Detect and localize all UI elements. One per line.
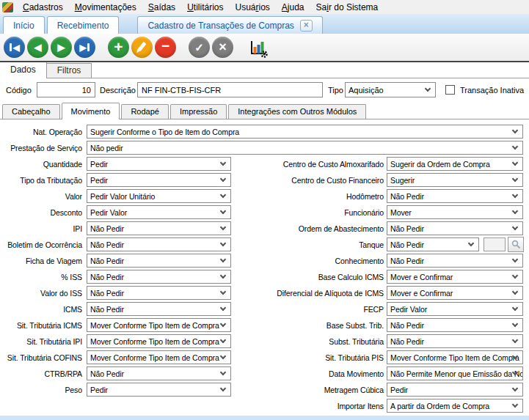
subtab-integracoes-com-outros-modulos[interactable]: Integrações com Outros Módulos	[228, 104, 366, 119]
form-row: Sit. Tributária COFINSMover Conforme Tip…	[0, 350, 529, 366]
select-sit-tributaria-cofins[interactable]: Mover Conforme Tipo Item de Compra	[87, 350, 231, 364]
tab-inicio[interactable]: Início	[3, 16, 45, 34]
edit-record-button[interactable]	[131, 37, 153, 58]
chevron-down-icon	[220, 256, 226, 262]
page-tabs: Dados Filtros	[0, 62, 529, 78]
select-sit-tributaria-ipi[interactable]: Mover Conforme Tipo Item de Compra	[87, 334, 231, 348]
select-boletim-de-ocorrencia[interactable]: Não Pedir	[87, 237, 231, 251]
select-fecp[interactable]: Pedir Valor	[387, 302, 523, 316]
chevron-down-icon	[512, 385, 518, 391]
select-diferencial-de-aliquota-de-icms[interactable]: Mover e Confirmar	[387, 286, 523, 300]
subtab-cabecalho[interactable]: Cabeçalho	[2, 104, 60, 119]
right-triangle-icon: ▶	[79, 43, 86, 52]
chevron-down-icon	[512, 191, 518, 197]
tab-filtros[interactable]: Filtros	[47, 63, 92, 78]
menu-item-movimentacoes[interactable]: Movimentações	[69, 1, 142, 13]
select-centro-de-custo-financeiro[interactable]: Sugerir	[387, 173, 523, 187]
select-ctrb-rpa[interactable]: Não Pedir	[87, 366, 231, 380]
select-conhecimento[interactable]: Não Pedir	[387, 254, 523, 268]
select-desconto[interactable]: Pedir Valor	[87, 205, 231, 219]
label-subst-tributaria: Subst. Tributária	[242, 337, 384, 346]
select-subst-tributaria[interactable]: Não Pedir	[387, 334, 523, 348]
label-hodometro: Hodômetro	[242, 192, 384, 201]
descricao-input[interactable]	[137, 82, 323, 97]
select-nat-operacao[interactable]: Sugerir Conforme o Tipo de Item do Compr…	[87, 125, 523, 139]
form-row: CTRB/RPANão PedirData MovimentoNão Permi…	[0, 366, 529, 382]
select-ficha-de-viagem[interactable]: Não Pedir	[87, 254, 231, 268]
menu-item-text: Movimentações	[75, 2, 136, 12]
label-valor-do-iss: Valor do ISS	[0, 289, 82, 298]
previous-record-button[interactable]: ◀	[27, 37, 48, 58]
label-sit-tributaria-pis: Sit. Tributária PIS	[242, 353, 384, 362]
tanque-search-button[interactable]	[508, 237, 524, 252]
last-record-button[interactable]: ▶	[74, 37, 95, 58]
chevron-down-icon	[512, 288, 518, 294]
document-tabstrip: InícioRecebimentoCadastro de Transações …	[0, 14, 529, 34]
label-centro-de-custo-financeiro: Centro de Custo Financeiro	[242, 176, 384, 185]
menu-item-utilitarios[interactable]: Utilitários	[181, 1, 229, 13]
select-iss[interactable]: Não Pedir	[87, 270, 231, 284]
select-tanque[interactable]: Não Pedir	[387, 237, 479, 251]
label-ordem-de-abastecimento: Ordem de Abastecimento	[242, 224, 384, 233]
select-prestacao-de-servico[interactable]: Não pedir	[87, 141, 523, 155]
menu-item-saidas[interactable]: Saídas	[142, 1, 181, 13]
subtab-impressao[interactable]: Impressão	[170, 104, 227, 119]
menu-item-usuarios[interactable]: Usuários	[229, 1, 275, 13]
menu-item-cadastros[interactable]: Cadastros	[17, 1, 69, 13]
tab-dados[interactable]: Dados	[0, 62, 47, 78]
label-valor: Valor	[0, 192, 82, 201]
select-ordem-de-abastecimento[interactable]: Não Pedir	[387, 221, 523, 235]
select-valor[interactable]: Pedir Valor Unitário	[87, 189, 231, 203]
label-prestacao-de-servico: Prestação de Serviço	[0, 144, 82, 152]
select-tipo-da-tributacao[interactable]: Pedir	[87, 173, 231, 187]
form-row: Sit. Tributária ICMSMover Conforme Tipo …	[0, 317, 529, 334]
cancel-button[interactable]: ×	[212, 37, 233, 58]
menu-item-text: Sair do Sistema	[316, 2, 379, 12]
label-boletim-de-ocorrencia: Boletim de Ocorrência	[0, 240, 82, 249]
add-record-button[interactable]: +	[108, 37, 129, 58]
menubar: CadastrosMovimentaçõesSaídasUtilitáriosU…	[0, 0, 529, 14]
select-importar-itens[interactable]: A partir da Ordem de Compra	[387, 399, 523, 413]
close-icon[interactable]: ×	[300, 20, 313, 32]
select-base-calculo-icms[interactable]: Mover e Confirmar	[387, 270, 523, 284]
tab-label: Início	[13, 21, 34, 31]
confirm-icon: ✓	[194, 42, 204, 53]
subtab-movimento[interactable]: Movimento	[62, 103, 120, 119]
label-fecp: FECP	[242, 305, 384, 314]
tab-recebimento[interactable]: Recebimento	[47, 16, 120, 34]
chevron-down-icon	[220, 304, 226, 310]
select-hodometro[interactable]: Não Pedir	[387, 189, 523, 203]
select-base-subst-trib[interactable]: Não Pedir	[387, 318, 523, 332]
select-sit-tributaria-pis[interactable]: Mover Conforme Tipo Item de Compra	[387, 350, 523, 364]
tab-cadastro-de-transacoes-de-compras[interactable]: Cadastro de Transações de Compras×	[137, 16, 322, 34]
chevron-down-icon	[220, 353, 226, 358]
first-record-button[interactable]: ◀	[4, 37, 25, 58]
pencil-icon	[138, 41, 147, 51]
transacao-inativa-checkbox[interactable]	[445, 85, 455, 95]
tipo-select[interactable]: Aquisição	[345, 82, 436, 97]
subtab-rodape[interactable]: Rodapé	[121, 104, 169, 119]
application-window: CadastrosMovimentaçõesSaídasUtilitáriosU…	[0, 0, 529, 416]
menu-item-sair-do-sistema[interactable]: Sair do Sistema	[310, 1, 384, 13]
select-quantidade[interactable]: Pedir	[87, 157, 231, 171]
select-centro-de-custo-almoxarifado[interactable]: Sugerir da Ordem de Compra	[387, 157, 523, 171]
delete-record-button[interactable]: −	[155, 37, 176, 58]
label-data-movimento: Data Movimento	[242, 369, 384, 378]
select-sit-tributaria-icms[interactable]: Mover Conforme Tipo Item de Compra	[87, 318, 231, 332]
next-record-button[interactable]: ▶	[51, 37, 72, 58]
chevron-down-icon	[220, 272, 226, 278]
select-icms[interactable]: Não Pedir	[87, 302, 231, 316]
select-valor-do-iss[interactable]: Não Pedir	[87, 286, 231, 300]
select-peso[interactable]: Pedir	[87, 383, 231, 397]
menu-item-ajuda[interactable]: Ajuda	[276, 1, 310, 13]
confirm-button[interactable]: ✓	[189, 37, 210, 58]
select-funcionario[interactable]: Mover	[387, 205, 523, 219]
chevron-down-icon	[512, 224, 518, 229]
chevron-down-icon	[512, 175, 518, 181]
select-ipi[interactable]: Não Pedir	[87, 221, 231, 235]
select-data-movimento[interactable]: Não Permite Menor que Emissão da Nota	[387, 366, 523, 380]
codigo-input[interactable]	[37, 82, 95, 97]
select-metragem-cubica[interactable]: Pedir	[387, 383, 523, 397]
report-chart-button[interactable]	[246, 37, 269, 59]
label-desconto: Desconto	[0, 208, 82, 217]
